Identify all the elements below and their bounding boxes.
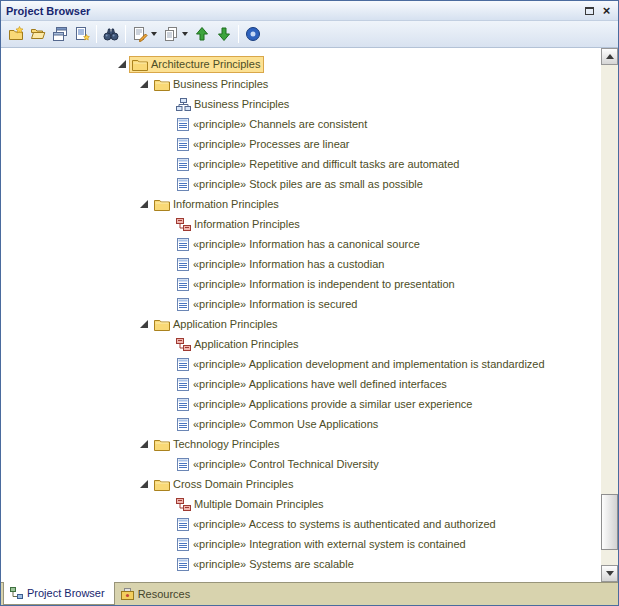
move-down-button[interactable] <box>213 23 235 45</box>
tree-node: «principle» Common Use Applications <box>173 416 382 433</box>
scroll-up-icon <box>606 54 614 59</box>
element-icon <box>176 398 190 411</box>
element-icon <box>176 518 190 531</box>
tree-row[interactable]: «principle» Application development and … <box>1 354 601 374</box>
indent-spacer <box>161 498 173 510</box>
tree-row[interactable]: «principle» Common Use Applications <box>1 414 601 434</box>
tree-row[interactable]: «principle» Processes are linear <box>1 134 601 154</box>
indent-spacer <box>161 118 173 130</box>
tree-node: «principle» Integration with external sy… <box>173 536 470 553</box>
move-up-button[interactable] <box>191 23 213 45</box>
tab-resources[interactable]: Resources <box>115 583 200 605</box>
tree-row[interactable]: «principle» Systems are scalable <box>1 554 601 574</box>
tree-item-label: «principle» Systems are scalable <box>193 558 354 570</box>
tree-row[interactable]: Multiple Domain Principles <box>1 494 601 514</box>
element-icon <box>176 158 190 171</box>
expand-toggle-icon[interactable] <box>117 58 129 70</box>
tree-node: Multiple Domain Principles <box>173 496 328 513</box>
tree-row[interactable]: «principle» Integration with external sy… <box>1 534 601 554</box>
tree-node: «principle» Information has a custodian <box>173 256 388 273</box>
tree-item-label: «principle» Common Use Applications <box>193 418 378 430</box>
vertical-scrollbar[interactable] <box>601 48 618 582</box>
scroll-down-button[interactable] <box>601 565 618 582</box>
tree-row[interactable]: Information Principles <box>1 214 601 234</box>
bottom-tab-bar: Project BrowserResources <box>1 582 618 605</box>
new-package-icon <box>8 26 24 42</box>
tree-item-label: «principle» Stock piles are as small as … <box>193 178 423 190</box>
indent-spacer <box>161 518 173 530</box>
tab-project-browser[interactable]: Project Browser <box>3 582 115 605</box>
tree-node: «principle» Stock piles are as small as … <box>173 176 427 193</box>
tree-row[interactable]: «principle» Access to systems is authent… <box>1 514 601 534</box>
tree-row[interactable]: «principle» Channels are consistent <box>1 114 601 134</box>
expand-toggle-icon[interactable] <box>139 78 151 90</box>
new-diagram-button[interactable] <box>49 23 71 45</box>
expand-toggle-icon[interactable] <box>139 478 151 490</box>
tree-row[interactable]: «principle» Applications provide a simil… <box>1 394 601 414</box>
tree-row[interactable]: Cross Domain Principles <box>1 474 601 494</box>
tree-row[interactable]: «principle» Information is secured <box>1 294 601 314</box>
new-folder-button[interactable] <box>27 23 49 45</box>
maximize-button[interactable] <box>581 3 598 18</box>
tree-node: «principle» Applications have well defin… <box>173 376 451 393</box>
tree-row[interactable]: «principle» Stock piles are as small as … <box>1 174 601 194</box>
element-icon <box>176 378 190 391</box>
tree-node: Technology Principles <box>151 436 283 453</box>
tree-row[interactable]: «principle» Repetitive and difficult tas… <box>1 154 601 174</box>
indent-spacer <box>161 558 173 570</box>
find-button[interactable] <box>100 23 122 45</box>
help-button[interactable] <box>242 23 264 45</box>
expand-toggle-icon[interactable] <box>139 438 151 450</box>
tree-row[interactable]: Architecture Principles <box>1 54 601 74</box>
tree-item-label: Architecture Principles <box>151 58 260 70</box>
scrollbar-thumb[interactable] <box>601 494 618 550</box>
folder-icon <box>154 318 170 331</box>
element-icon <box>176 558 190 571</box>
tree-row[interactable]: Information Principles <box>1 194 601 214</box>
tree-item-label: «principle» Application development and … <box>193 358 545 370</box>
tree-item-label: Application Principles <box>194 338 299 350</box>
element-icon <box>176 178 190 191</box>
tree-node: «principle» Information is independent t… <box>173 276 459 293</box>
tree-node: «principle» Repetitive and difficult tas… <box>173 156 463 173</box>
expand-toggle-icon[interactable] <box>139 198 151 210</box>
find-icon <box>103 26 119 42</box>
tree-row[interactable]: «principle» Information has a canonical … <box>1 234 601 254</box>
tree-row[interactable]: Technology Principles <box>1 434 601 454</box>
edit-button[interactable] <box>129 23 160 45</box>
element-icon <box>176 238 190 251</box>
tree-row[interactable]: «principle» Applications have well defin… <box>1 374 601 394</box>
indent-spacer <box>161 418 173 430</box>
tree-row[interactable]: Business Principles <box>1 74 601 94</box>
tree-row[interactable]: «principle» Control Technical Diversity <box>1 454 601 474</box>
indent-spacer <box>161 98 173 110</box>
indent-spacer <box>161 218 173 230</box>
tree-item-label: «principle» Channels are consistent <box>193 118 367 130</box>
tree-node: «principle» Applications provide a simil… <box>173 396 476 413</box>
tree-node: «principle» Application development and … <box>173 356 549 373</box>
content-area: Architecture PrinciplesBusiness Principl… <box>1 48 618 582</box>
tree-row[interactable]: Application Principles <box>1 334 601 354</box>
dropdown-caret-icon <box>182 32 188 36</box>
project-browser-tab-icon <box>10 587 23 599</box>
project-browser-window: Project Browser × Architecture Principle… <box>0 0 619 606</box>
scroll-up-button[interactable] <box>601 48 618 65</box>
tree-row[interactable]: Application Principles <box>1 314 601 334</box>
folder-icon <box>132 58 148 71</box>
tree-row[interactable]: «principle» Information is independent t… <box>1 274 601 294</box>
tree-node: Application Principles <box>173 336 303 353</box>
element-icon <box>176 418 190 431</box>
tree-row[interactable]: «principle» Information has a custodian <box>1 254 601 274</box>
tree-row[interactable]: Business Principles <box>1 94 601 114</box>
expand-toggle-icon[interactable] <box>139 318 151 330</box>
close-button[interactable]: × <box>598 3 615 18</box>
tree-node: «principle» Information has a canonical … <box>173 236 424 253</box>
documentation-button[interactable] <box>160 23 191 45</box>
tree-node: Architecture Principles <box>129 56 264 73</box>
help-icon <box>245 26 261 42</box>
new-element-button[interactable] <box>71 23 93 45</box>
folder-icon <box>154 78 170 91</box>
new-package-button[interactable] <box>5 23 27 45</box>
element-icon <box>176 298 190 311</box>
element-icon <box>176 138 190 151</box>
